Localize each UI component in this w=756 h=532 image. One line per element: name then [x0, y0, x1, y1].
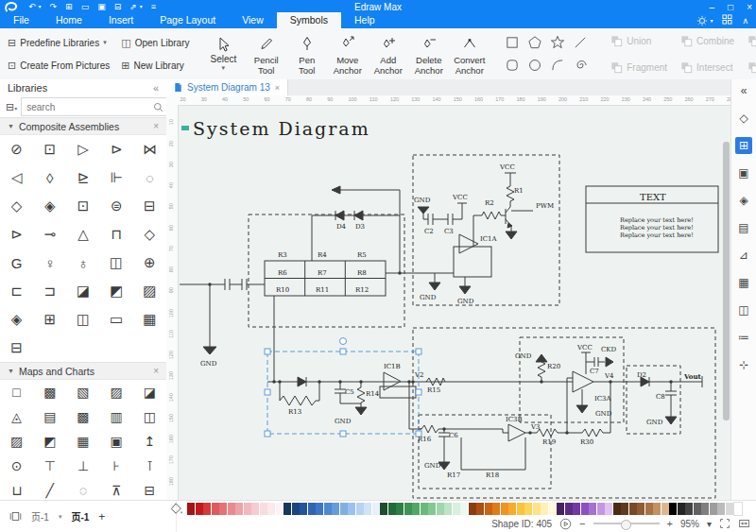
library-symbol[interactable]: ⊩	[102, 163, 130, 192]
section-collapse-icon[interactable]: ▼	[8, 123, 14, 129]
color-swatch[interactable]	[324, 503, 332, 515]
library-symbol[interactable]: ⊟	[135, 192, 163, 220]
color-swatch[interactable]	[412, 503, 420, 515]
color-swatch[interactable]	[244, 503, 251, 515]
page-dropdown-icon[interactable]: ▾	[59, 513, 62, 521]
library-symbol[interactable]: ▩	[36, 380, 64, 404]
color-swatch[interactable]	[428, 503, 436, 515]
library-symbol[interactable]: ↥	[135, 429, 163, 454]
add-anchor-button[interactable]: AddAnchor	[368, 28, 408, 79]
tables-panel-icon[interactable]: ▦	[735, 274, 752, 291]
color-swatch[interactable]	[228, 503, 235, 515]
convert-anchor-button[interactable]: ConvertAnchor	[449, 28, 490, 79]
color-swatch[interactable]	[605, 503, 612, 515]
presentation-play-icon[interactable]	[559, 518, 572, 530]
library-symbol[interactable]: ⊳	[3, 220, 31, 249]
layers-panel-icon[interactable]: ◈	[735, 192, 752, 209]
tab-file[interactable]: File	[0, 12, 43, 28]
export-icon[interactable]: ⇗	[129, 1, 137, 13]
section-header-composite-assemblies[interactable]: ▼ Composite Assemblies ×	[0, 117, 166, 135]
tab-insert[interactable]: Insert	[95, 12, 146, 28]
library-symbol[interactable]: ♀	[36, 249, 64, 277]
notes-panel-icon[interactable]: ▤	[735, 219, 752, 236]
color-swatch[interactable]	[662, 503, 669, 515]
new-document-icon[interactable]: ⊞	[65, 1, 73, 13]
pentagon-shape-button[interactable]	[524, 32, 545, 53]
library-symbol[interactable]: ⊟	[135, 478, 163, 501]
color-swatch[interactable]	[396, 503, 404, 515]
library-symbol[interactable]: ◬	[3, 404, 31, 429]
library-symbol[interactable]: ▦	[69, 429, 97, 454]
color-swatch[interactable]	[685, 503, 693, 515]
color-swatch[interactable]	[372, 503, 380, 515]
clipart-panel-icon[interactable]: ◫	[735, 301, 752, 318]
shapes-panel-icon[interactable]: ◇	[735, 110, 752, 127]
color-swatch[interactable]	[348, 503, 355, 515]
library-symbol[interactable]: ▨	[3, 429, 31, 454]
page-overview-icon[interactable]	[9, 510, 22, 523]
library-symbol[interactable]: ⊺	[135, 454, 163, 478]
fit-page-width-icon[interactable]	[738, 518, 750, 529]
zoom-slider[interactable]	[593, 523, 660, 524]
current-page-tab[interactable]: 页-1	[71, 509, 89, 523]
library-symbol[interactable]: ⊡	[69, 192, 97, 220]
move-anchor-button[interactable]: MoveAnchor	[327, 28, 368, 79]
library-symbol[interactable]: ⊡	[36, 135, 64, 163]
undo-icon[interactable]: ↶	[28, 1, 36, 13]
color-swatch[interactable]	[332, 503, 339, 515]
library-symbol[interactable]: ⊞	[36, 305, 64, 334]
libraries-panel-icon[interactable]: ⊞	[735, 137, 752, 154]
color-swatch[interactable]	[308, 503, 316, 515]
color-swatch[interactable]	[653, 503, 661, 515]
library-symbol[interactable]: ▤	[36, 404, 64, 429]
library-symbol[interactable]: ◌	[69, 478, 97, 501]
library-symbol[interactable]: ▨	[102, 380, 130, 404]
library-symbol[interactable]: ⊙	[3, 454, 31, 478]
color-swatch[interactable]	[388, 503, 396, 515]
color-swatch[interactable]	[251, 503, 259, 515]
library-symbol[interactable]: ▧	[69, 380, 97, 404]
color-swatch[interactable]	[421, 503, 428, 515]
library-symbol[interactable]: ⊐	[36, 277, 64, 305]
color-swatch[interactable]	[533, 503, 541, 515]
color-swatch[interactable]	[541, 503, 548, 515]
zoom-level[interactable]: 95%	[680, 519, 699, 529]
library-symbol[interactable]: ⊳	[102, 135, 130, 163]
add-page-button[interactable]: +	[98, 510, 105, 523]
color-swatch[interactable]	[549, 503, 557, 515]
undo-caret-icon[interactable]: ▾	[39, 1, 42, 13]
close-button[interactable]: ×	[747, 2, 752, 12]
color-swatch[interactable]	[492, 503, 500, 515]
color-swatch[interactable]	[621, 503, 628, 515]
section-header-maps-and-charts[interactable]: ▼ Maps and Charts ×	[0, 362, 166, 380]
library-symbol[interactable]: △	[69, 220, 97, 249]
open-library-button[interactable]: ◫Open Library	[121, 32, 189, 53]
library-symbol[interactable]: ◪	[135, 380, 163, 404]
color-swatch[interactable]	[597, 503, 605, 515]
color-swatch[interactable]	[453, 503, 460, 515]
library-symbol[interactable]: ⊵	[69, 163, 97, 192]
library-symbol[interactable]: ⊥	[69, 454, 97, 478]
color-swatch[interactable]	[517, 503, 524, 515]
library-symbol[interactable]: ⊟	[3, 334, 31, 362]
library-symbol[interactable]: ▨	[135, 277, 163, 305]
color-swatch[interactable]	[557, 503, 564, 515]
library-symbol[interactable]: ⊸	[36, 220, 64, 249]
color-swatch[interactable]	[212, 503, 219, 515]
maximize-button[interactable]: □	[728, 2, 733, 12]
delete-anchor-button[interactable]: DeleteAnchor	[408, 28, 449, 79]
library-menu-icon[interactable]: ⊟▾	[6, 101, 17, 113]
canvas-vertical-scrollbar[interactable]	[723, 142, 730, 420]
search-icon[interactable]	[153, 102, 163, 112]
library-symbol[interactable]: ◫	[102, 249, 130, 277]
fill-bucket-icon[interactable]	[170, 503, 183, 515]
color-swatch[interactable]	[476, 503, 484, 515]
document-tab[interactable]: System Diagram 13 ×	[166, 79, 288, 95]
library-symbol[interactable]: ◇	[3, 192, 31, 220]
tab-help[interactable]: Help	[341, 12, 388, 28]
library-symbol[interactable]: ⊕	[135, 249, 163, 277]
color-swatch[interactable]	[469, 503, 476, 515]
color-swatch[interactable]	[300, 503, 307, 515]
library-symbol[interactable]: G	[3, 249, 31, 277]
library-symbol[interactable]: ⊏	[3, 277, 31, 305]
